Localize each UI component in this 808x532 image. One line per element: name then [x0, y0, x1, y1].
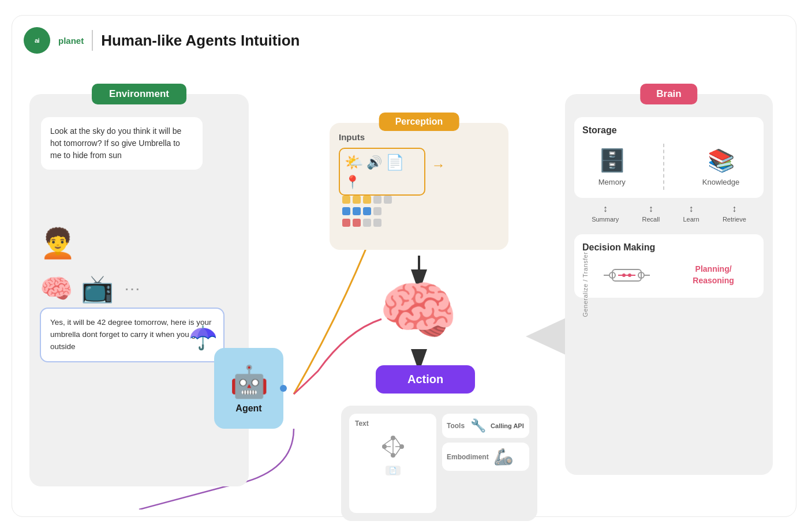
- planning-label: Planning/ Reasoning: [693, 264, 734, 286]
- decision-content: Planning/ Reasoning: [582, 261, 755, 290]
- brain-center-emoji: 🧠: [379, 279, 458, 342]
- speaker-icon: 🔊: [366, 155, 382, 170]
- arrows-row: ↕ Summary ↕ Recall ↕ Learn ↕ Retrieve: [574, 198, 764, 228]
- environment-box: Environment Look at the sky do you think…: [29, 94, 249, 486]
- action-outputs: Text 📄: [341, 406, 537, 521]
- bar6: [342, 207, 350, 215]
- bar9: [373, 207, 381, 215]
- text-file-icon: 📄: [386, 466, 401, 475]
- retrieve-arrow-icon: ↕: [732, 204, 736, 214]
- diagram: Environment Look at the sky do you think…: [24, 71, 784, 509]
- decision-title: Decision Making: [582, 242, 755, 253]
- processing-bars: [342, 196, 392, 227]
- bar13: [373, 219, 381, 227]
- agent-robot-emoji: 🤖: [230, 364, 268, 400]
- storage-divider: [663, 144, 664, 190]
- bar2: [353, 196, 361, 204]
- svg-point-24: [622, 274, 626, 277]
- calling-api-item: Tools 🔧 Calling API: [442, 414, 529, 438]
- tools-output-column: Tools 🔧 Calling API Embodiment 🦾: [442, 414, 529, 513]
- svg-point-7: [382, 444, 387, 449]
- svg-line-14: [395, 438, 401, 445]
- right-arrow: →: [431, 157, 445, 173]
- agent-dot-connector: [280, 385, 287, 392]
- recall-arrow: ↕ Recall: [642, 204, 660, 223]
- action-label: Action: [407, 373, 443, 385]
- retrieve-arrow: ↕ Retrieve: [723, 204, 746, 223]
- agent-label: Agent: [235, 403, 261, 414]
- main-container: ai planet Human-like Agents Intuition: [12, 15, 796, 517]
- bar1: [342, 196, 350, 204]
- action-box: Action: [376, 365, 475, 394]
- decision-section: Decision Making Planning/ Reaso: [574, 234, 764, 298]
- page-title: Human-like Agents Intuition: [101, 32, 300, 50]
- agent-box: 🤖 Agent: [214, 348, 283, 429]
- response-bubble: Yes, it will be 42 degree tomorrow, here…: [40, 308, 225, 362]
- bar3: [363, 196, 371, 204]
- recall-arrow-icon: ↕: [649, 204, 653, 214]
- umbrella-emoji: ☂️: [189, 320, 218, 355]
- bar10: [342, 219, 350, 227]
- text-output-label: Text: [355, 419, 369, 428]
- summary-label: Summary: [592, 216, 619, 223]
- tools-emoji: 🔧: [470, 418, 486, 433]
- bar11: [353, 219, 361, 227]
- doc-icon: 📄: [386, 153, 404, 171]
- generalize-label: Generalize / Transfer: [582, 252, 589, 317]
- brain-box: Brain Generalize / Transfer Storage 🗄️ M…: [565, 94, 773, 475]
- calling-api-label: Calling API: [491, 422, 524, 429]
- tv-emoji: 📺: [81, 273, 114, 304]
- logo-icon: ai: [24, 27, 50, 54]
- svg-line-13: [384, 449, 392, 454]
- inputs-label: Inputs: [339, 132, 499, 142]
- retrieve-label: Retrieve: [723, 216, 746, 223]
- bar5: [384, 196, 392, 204]
- icons-row: 🧠 📺 ⋯: [40, 273, 140, 304]
- perception-label: Perception: [379, 113, 459, 131]
- person-emoji: 🧑‍🦱: [40, 227, 76, 260]
- input-icons-box: 🌤️ 🔊 📄 📍: [339, 148, 425, 196]
- recall-label: Recall: [642, 216, 660, 223]
- learn-arrow: ↕ Learn: [683, 204, 699, 223]
- svg-line-15: [395, 448, 401, 455]
- db-icon: 🗄️: [598, 148, 626, 173]
- bar8: [363, 207, 371, 215]
- circuit-icon: [604, 261, 650, 290]
- svg-line-12: [384, 439, 392, 444]
- perception-box: Perception Inputs 🌤️ 🔊 📄 📍 →: [330, 123, 508, 250]
- dots-emoji: ⋯: [124, 279, 140, 298]
- brand-name: planet: [58, 36, 84, 46]
- tools-label: Tools: [447, 422, 465, 430]
- storage-items: 🗄️ Memory 📚 Knowledge: [582, 144, 755, 190]
- header: ai planet Human-like Agents Intuition: [24, 27, 784, 54]
- bar12: [363, 219, 371, 227]
- header-divider: [92, 30, 93, 51]
- summary-arrow: ↕ Summary: [592, 204, 619, 223]
- memory-label: Memory: [598, 178, 626, 186]
- text-output-item: Text 📄: [349, 414, 436, 513]
- book-icon: 📚: [708, 148, 735, 173]
- bar7: [353, 207, 361, 215]
- storage-section: Storage 🗄️ Memory 📚 Knowledge: [574, 117, 764, 198]
- bar4: [373, 196, 381, 204]
- response-text: Yes, it will be 42 degree tomorrow, here…: [50, 318, 211, 351]
- pin-icon: 📍: [345, 175, 360, 190]
- brain-label: Brain: [640, 84, 697, 104]
- knowledge-label: Knowledge: [702, 178, 739, 186]
- chat-question-text: Look at the sky do you think it will be …: [50, 126, 181, 160]
- embodiment-item: Embodiment 🦾: [442, 443, 529, 471]
- learn-arrow-icon: ↕: [689, 204, 693, 214]
- cloud-icon: 🌤️: [345, 153, 363, 171]
- learn-label: Learn: [683, 216, 699, 223]
- chat-question-bubble: Look at the sky do you think it will be …: [41, 117, 203, 170]
- network-icon: [379, 432, 407, 461]
- svg-point-25: [628, 274, 631, 277]
- storage-title: Storage: [582, 125, 755, 136]
- memory-item: 🗄️ Memory: [598, 148, 626, 186]
- robot-emoji: 🦾: [493, 447, 514, 466]
- embodiment-label: Embodiment: [447, 453, 489, 461]
- summary-arrow-icon: ↕: [603, 204, 608, 214]
- knowledge-item: 📚 Knowledge: [702, 148, 739, 186]
- environment-label: Environment: [92, 84, 186, 104]
- brain-emoji: 🧠: [40, 273, 73, 304]
